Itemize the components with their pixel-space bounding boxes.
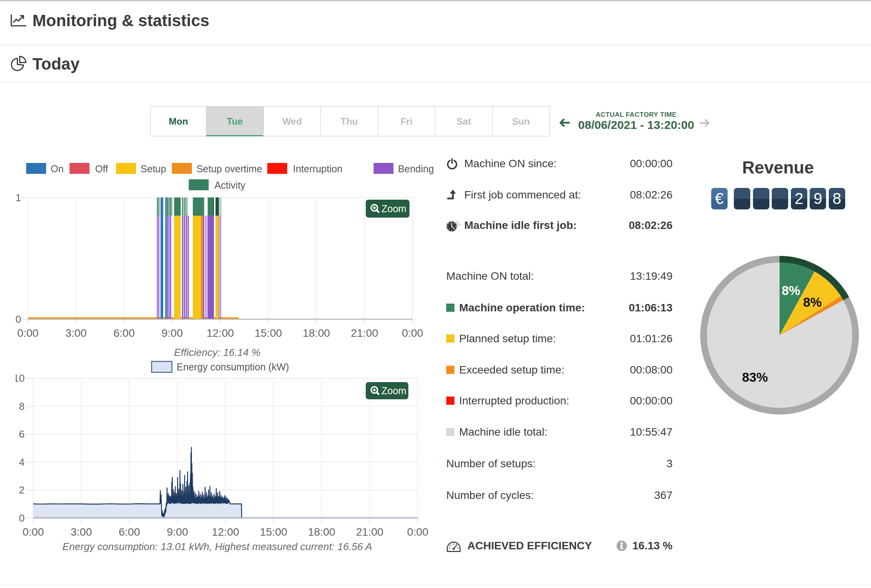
svg-text:Energy consumption: 13.01 kWh,: Energy consumption: 13.01 kWh, Highest m… xyxy=(63,541,372,552)
svg-text:12:00: 12:00 xyxy=(212,526,239,538)
svg-text:10: 10 xyxy=(16,372,25,384)
svg-text:3:00: 3:00 xyxy=(65,327,87,339)
svg-text:0:00: 0:00 xyxy=(23,526,44,538)
svg-text:2: 2 xyxy=(19,484,25,496)
svg-text:18:00: 18:00 xyxy=(303,327,330,339)
svg-text:0: 0 xyxy=(19,512,25,524)
svg-text:3:00: 3:00 xyxy=(71,526,92,538)
svg-text:6: 6 xyxy=(19,428,25,440)
svg-text:21:00: 21:00 xyxy=(351,327,378,339)
svg-text:6:00: 6:00 xyxy=(113,327,135,339)
svg-text:4: 4 xyxy=(19,456,25,468)
svg-text:Zoom: Zoom xyxy=(381,203,406,214)
svg-text:15:00: 15:00 xyxy=(260,526,287,538)
svg-text:Efficiency: 16.14 %: Efficiency: 16.14 % xyxy=(174,347,260,358)
svg-text:6:00: 6:00 xyxy=(119,526,140,538)
svg-text:9:00: 9:00 xyxy=(161,327,183,339)
svg-text:15:00: 15:00 xyxy=(255,327,282,339)
svg-text:0:00: 0:00 xyxy=(17,327,38,339)
svg-text:0:00: 0:00 xyxy=(407,526,429,538)
svg-text:1: 1 xyxy=(16,194,21,204)
svg-text:0: 0 xyxy=(16,313,21,325)
svg-text:18:00: 18:00 xyxy=(308,526,335,538)
svg-text:8%: 8% xyxy=(803,295,822,309)
svg-text:21:00: 21:00 xyxy=(356,526,383,538)
svg-text:Energy consumption (kW): Energy consumption (kW) xyxy=(177,361,289,372)
svg-text:0:00: 0:00 xyxy=(402,327,423,339)
svg-text:Zoom: Zoom xyxy=(381,385,406,396)
svg-text:83%: 83% xyxy=(742,370,768,384)
svg-text:9:00: 9:00 xyxy=(167,526,188,538)
svg-text:Z: Z xyxy=(456,222,459,228)
svg-text:z: z xyxy=(459,222,461,226)
svg-text:8: 8 xyxy=(19,400,25,412)
svg-text:8%: 8% xyxy=(782,283,800,298)
svg-text:12:00: 12:00 xyxy=(207,327,234,339)
